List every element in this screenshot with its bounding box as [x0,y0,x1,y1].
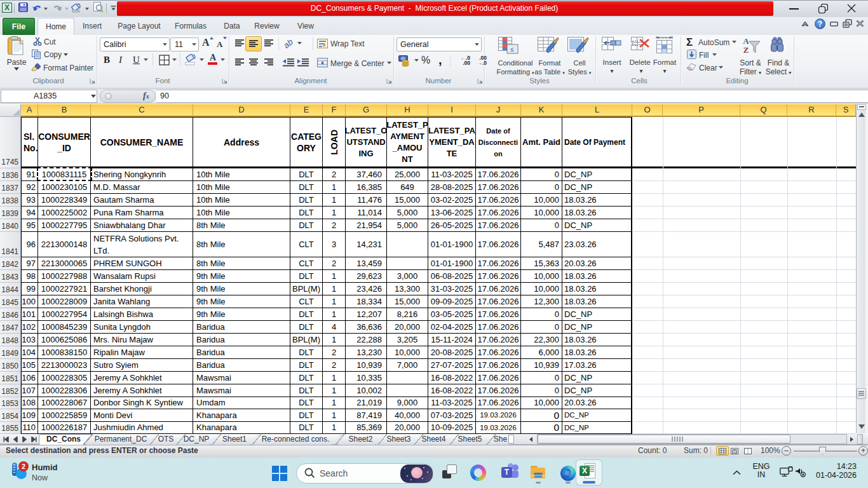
svg-text:a: a [322,60,324,65]
svg-text:≤: ≤ [510,46,514,53]
svg-text:A: A [743,36,749,46]
svg-text:X: X [4,3,10,12]
svg-text:Z: Z [743,45,749,54]
